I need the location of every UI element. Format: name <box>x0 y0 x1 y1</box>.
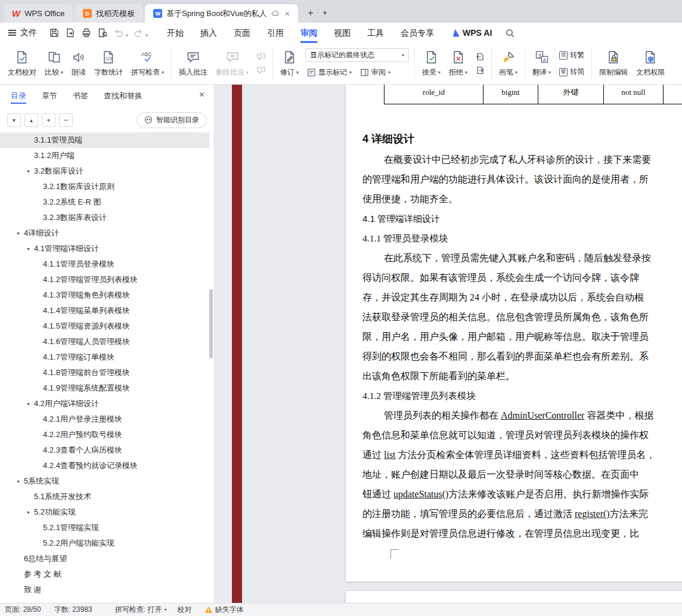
toc-item[interactable]: ▼4.1管理端详细设计 <box>0 241 209 256</box>
restrict-editing-button[interactable]: 限制编辑 <box>595 45 632 82</box>
show-markup-button[interactable]: 显示标记 ▾ <box>305 66 354 79</box>
redo-chevron-icon[interactable]: ▾ <box>145 33 148 38</box>
toc-item[interactable]: 5.2.2用户端功能实现 <box>0 535 209 551</box>
insert-comment-button[interactable]: 插入批注 <box>175 45 212 82</box>
zoom-in-outline-button[interactable]: + <box>42 113 55 127</box>
wps-ai-button[interactable]: WPS AI <box>442 28 500 38</box>
sidebar-scrollbar[interactable] <box>209 289 213 358</box>
toc-item[interactable]: 4.1.1管理员登录模块 <box>0 256 209 272</box>
expand-all-button[interactable]: ▴ <box>24 113 38 127</box>
toc-item[interactable]: 4.1.8管理端前台管理模块 <box>0 365 209 380</box>
toc-item[interactable]: 4.1.4管理端菜单列表模块 <box>0 303 209 318</box>
toc-expand-icon[interactable]: ▼ <box>16 479 24 484</box>
toc-item[interactable]: ▼3.2数据库设计 <box>0 163 209 179</box>
toc-expand-icon[interactable]: ▼ <box>26 402 34 406</box>
menu-tab-home[interactable]: 开始 <box>159 23 192 43</box>
file-menu-button[interactable]: 文件 <box>0 27 43 38</box>
new-tab-button[interactable]: + <box>303 6 318 20</box>
next-page-top[interactable] <box>346 591 682 603</box>
tab-wps-home[interactable]: W WPS Office <box>4 4 73 23</box>
sidebar-tab-bookmarks[interactable]: 书签 <box>73 85 88 107</box>
close-tab-icon[interactable]: × <box>285 9 290 18</box>
menu-tab-member[interactable]: 会员专享 <box>392 23 442 43</box>
compare-button[interactable]: 比较▾ <box>41 45 67 82</box>
next-revision-button[interactable] <box>473 65 486 76</box>
track-changes-button[interactable]: 修订▾ <box>276 45 303 82</box>
sidebar-tab-toc[interactable]: 目录 <box>11 85 26 107</box>
toc-item[interactable]: ▼5.2功能实现 <box>0 504 209 520</box>
toc-expand-icon[interactable]: ▼ <box>26 169 34 174</box>
menu-tab-view[interactable]: 视图 <box>326 23 359 43</box>
zoom-out-outline-button[interactable]: − <box>59 113 73 127</box>
export-pdf-button[interactable] <box>63 26 78 40</box>
close-sidebar-icon[interactable]: × <box>199 89 204 100</box>
translate-button[interactable]: 文A 翻译▾ <box>528 45 555 82</box>
toc-item[interactable]: 3.2.2系统 E-R 图 <box>0 194 209 210</box>
toc-item[interactable]: 3.1.1管理员端 <box>0 132 209 148</box>
menu-tab-insert[interactable]: 插入 <box>192 23 225 43</box>
toc-item[interactable]: 5.1系统开发技术 <box>0 489 209 504</box>
word-count-status[interactable]: 字数: 23983 <box>54 605 92 615</box>
tab-current-document[interactable]: W 基于Spring Boot和Vue的私人 × <box>145 4 298 23</box>
toc-item[interactable]: ▼4详细设计 <box>0 225 209 241</box>
menu-tab-review[interactable]: 审阅 <box>292 23 326 43</box>
toc-item[interactable]: 4.1.6管理端人员管理模块 <box>0 334 209 349</box>
toc-expand-icon[interactable]: ▼ <box>26 247 34 251</box>
previous-revision-button[interactable] <box>473 51 486 63</box>
toc-item[interactable]: 4.1.5管理端资源列表模块 <box>0 318 209 334</box>
toc-item[interactable]: 3.1.2用户端 <box>0 148 209 163</box>
delete-comment-button[interactable]: 删除批注▾ <box>212 45 253 82</box>
collapse-all-button[interactable]: ▾ <box>7 113 21 127</box>
pen-button[interactable]: 画笔▾ <box>495 45 522 82</box>
document-page[interactable]: role_id bigint 外键 not null 4 详细设计在概要设计中已… <box>346 85 682 581</box>
toc-item[interactable]: 4.2.2用户预约取号模块 <box>0 427 209 442</box>
doc-proofread-button[interactable]: 文档校对 <box>4 45 41 82</box>
next-comment-button[interactable] <box>255 65 268 76</box>
redo-button[interactable] <box>131 26 145 40</box>
menu-tab-tools[interactable]: 工具 <box>359 23 392 43</box>
toc-item[interactable]: 4.2.4查看预约就诊记录模块 <box>0 458 209 473</box>
sidebar-tab-chapters[interactable]: 章节 <box>42 85 57 107</box>
tab-docer-templates[interactable]: D 找稻壳模板 <box>75 4 143 23</box>
to-traditional-button[interactable]: 简 转繁 <box>557 49 586 62</box>
review-pane-button[interactable]: 审阅 ▾ <box>358 66 392 79</box>
previous-comment-button[interactable] <box>255 51 268 63</box>
toc-item[interactable]: 致 谢 <box>0 582 209 598</box>
read-aloud-button[interactable]: 朗读 <box>67 45 90 82</box>
markup-state-select[interactable]: 显示标记的最终状态 ▾ <box>305 48 409 62</box>
print-button[interactable] <box>79 26 94 40</box>
toc-item[interactable]: ▼4.2用户端详细设计 <box>0 396 209 411</box>
missing-font-warning[interactable]: 缺失字体 <box>204 605 243 615</box>
save-button[interactable] <box>46 26 61 40</box>
smart-toc-button[interactable]: 智能识别目录 <box>137 112 207 128</box>
toc-item[interactable]: ▼5系统实现 <box>0 473 209 489</box>
toc-item[interactable]: 4.2.1用户登录注册模块 <box>0 411 209 427</box>
to-simplified-button[interactable]: 繁 转简 <box>557 66 586 79</box>
page-indicator[interactable]: 页面: 28/50 <box>5 605 41 615</box>
toc-item[interactable]: 4.2.3查看个人病历模块 <box>0 442 209 458</box>
undo-button[interactable] <box>111 26 126 40</box>
search-icon[interactable] <box>505 28 515 38</box>
spell-check-button[interactable]: ABC 拼写检查▾ <box>127 45 168 82</box>
toc-expand-icon[interactable]: ▼ <box>26 510 34 515</box>
print-preview-button[interactable] <box>95 26 110 40</box>
toc-item[interactable]: 4.1.7管理端订单模块 <box>0 349 209 365</box>
toc-expand-icon[interactable]: ▼ <box>16 231 24 236</box>
menu-tab-reference[interactable]: 引用 <box>259 23 292 43</box>
toc-item[interactable]: 3.2.1数据库设计原则 <box>0 179 209 194</box>
sidebar-tab-find-replace[interactable]: 查找和替换 <box>104 85 142 107</box>
menu-tab-page[interactable]: 页面 <box>225 23 259 43</box>
accept-revision-button[interactable]: 接受▾ <box>418 45 445 82</box>
toc-item[interactable]: 3.2.3数据库表设计 <box>0 210 209 225</box>
spellcheck-status[interactable]: 拼写检查: 打开 ▾ <box>115 605 167 615</box>
toc-item[interactable]: 6总结与展望 <box>0 551 209 567</box>
reject-revision-button[interactable]: 拒绝▾ <box>445 45 472 82</box>
undo-chevron-icon[interactable]: ▾ <box>126 33 128 38</box>
tab-list-chevron-icon[interactable]: ▼ <box>319 6 331 20</box>
proofread-status[interactable]: 校对 <box>177 605 191 615</box>
toc-item[interactable]: 参 考 文 献 <box>0 567 209 582</box>
word-count-button[interactable]: 123 字数统计 <box>90 45 127 82</box>
toc-item[interactable]: 5.2.1管理端实现 <box>0 520 209 535</box>
toc-item[interactable]: 4.1.3管理端角色列表模块 <box>0 287 209 303</box>
doc-permission-button[interactable]: 文档权限 <box>632 45 669 82</box>
